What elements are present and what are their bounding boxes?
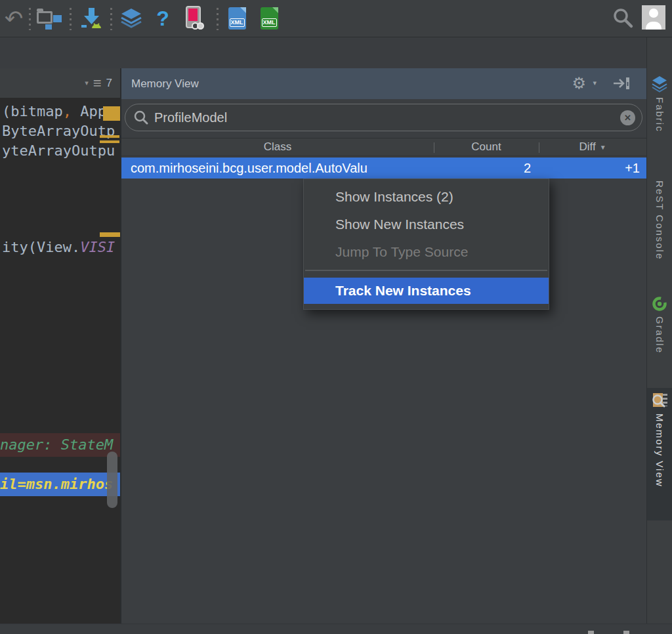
tab-gradle[interactable]: Gradle [647, 292, 672, 381]
search-icon [612, 7, 634, 30]
code-line: (bitmap, App [2, 102, 106, 121]
cell-count: 2 [434, 161, 539, 176]
layers-icon [119, 7, 144, 30]
editor-highlight-marker [100, 135, 119, 143]
xml-file-blue-icon: XML [228, 7, 246, 30]
main-toolbar: ↶ ? XML [0, 0, 672, 37]
avatar-head [649, 9, 658, 18]
code-line: il=msn.mirhos [0, 473, 120, 496]
status-widget[interactable] [623, 631, 629, 634]
toolbar-separator [29, 8, 31, 30]
export-xml-button[interactable]: XML [224, 5, 250, 32]
layers-button[interactable] [117, 5, 146, 32]
right-tool-window-bar: Fabric ReST Console Gradle Memory View [646, 37, 672, 634]
code-line: ity(View.VISI [2, 238, 115, 257]
editor-scrollbar-thumb[interactable] [107, 452, 117, 508]
memory-view-header: Memory View ⚙ ▾ [121, 68, 646, 99]
tab-fabric[interactable]: Fabric [647, 72, 672, 190]
column-header-count[interactable]: Count [434, 138, 539, 156]
code-editor[interactable]: (bitmap, App ByteArrayOutp yteArrayOutpu… [0, 98, 121, 623]
toolbar-separator [70, 8, 72, 30]
download-android-icon [78, 6, 104, 31]
toolbar-lower-band [0, 38, 672, 68]
table-header[interactable]: Class Count Diff ▼ [121, 138, 646, 156]
status-bar [0, 623, 672, 634]
tab-rest-console[interactable]: ReST Console [647, 177, 672, 288]
download-to-device-button[interactable] [76, 5, 106, 32]
search-input[interactable] [154, 110, 620, 125]
code-line: nager: StateM [0, 433, 121, 457]
fabric-layers-icon [651, 75, 668, 93]
list-icon[interactable]: ≡ [93, 77, 102, 90]
window-layout-icon [37, 7, 63, 30]
menu-item-show-instances[interactable]: Show Instances (2) [304, 183, 549, 211]
table-row-selected[interactable]: com.mirhoseini.bcg.user.model.AutoValu 2… [121, 158, 646, 179]
xml-file-green-icon: XML [261, 7, 278, 30]
help-button[interactable]: ? [151, 5, 175, 32]
undo-icon: ↶ [5, 7, 24, 30]
search-icon [133, 110, 149, 125]
tab-memory-view[interactable]: Memory View [647, 388, 672, 520]
menu-item-show-new-instances[interactable]: Show New Instances [304, 211, 549, 238]
menu-item-track-new-instances[interactable]: Track New Instances [304, 278, 549, 304]
import-xml-button[interactable]: XML [256, 5, 282, 32]
status-widget[interactable] [588, 631, 594, 634]
menu-item-jump-to-type-source: Jump To Type Source [304, 238, 549, 266]
chevron-down-icon[interactable]: ▾ [85, 79, 89, 87]
editor-highlight-marker [100, 232, 120, 237]
chevron-down-icon[interactable]: ▾ [593, 79, 597, 87]
code-line: yteArrayOutpu [2, 141, 115, 161]
clear-search-button[interactable]: ✕ [620, 110, 635, 125]
code-line: ByteArrayOutp [2, 121, 115, 141]
help-icon: ? [156, 7, 169, 31]
cell-diff: +1 [539, 161, 646, 176]
memory-view-panel: Memory View ⚙ ▾ ✕ Class Count Diff ▼ [121, 68, 646, 623]
column-header-class[interactable]: Class [121, 138, 434, 156]
cell-class: com.mirhoseini.bcg.user.model.AutoValu [121, 161, 434, 176]
device-screenshot-button[interactable] [178, 5, 210, 32]
undo-button[interactable]: ↶ [1, 5, 26, 32]
menu-separator [305, 270, 547, 271]
gear-icon[interactable]: ⚙ [572, 74, 586, 93]
selected-variable-line: il=msn.mirhos [0, 473, 120, 496]
column-header-diff[interactable]: Diff ▼ [539, 138, 646, 156]
global-search-button[interactable] [610, 5, 635, 32]
device-screenshot-icon [184, 6, 204, 31]
panel-title: Memory View [131, 77, 199, 91]
toolbar-separator [110, 8, 112, 30]
avatar[interactable] [642, 5, 665, 30]
toolbar-separator [217, 8, 219, 30]
sort-desc-icon: ▼ [600, 144, 606, 151]
avatar-torso [646, 22, 662, 30]
debugger-frames-header[interactable]: ▾ ≡ 7 [0, 68, 121, 98]
editor-highlight-marker [103, 106, 120, 121]
debugger-line-highlight: nager: StateM [0, 433, 121, 457]
memory-view-icon [651, 392, 668, 409]
gradle-icon [652, 296, 667, 312]
memory-search-field[interactable]: ✕ [125, 104, 642, 131]
column-resizer[interactable] [539, 142, 539, 153]
column-resizer[interactable] [434, 142, 434, 153]
frames-count: 7 [106, 77, 112, 90]
hide-panel-icon[interactable] [612, 77, 631, 90]
window-layout-button[interactable] [35, 5, 64, 32]
context-menu: Show Instances (2) Show New Instances Ju… [303, 179, 549, 310]
